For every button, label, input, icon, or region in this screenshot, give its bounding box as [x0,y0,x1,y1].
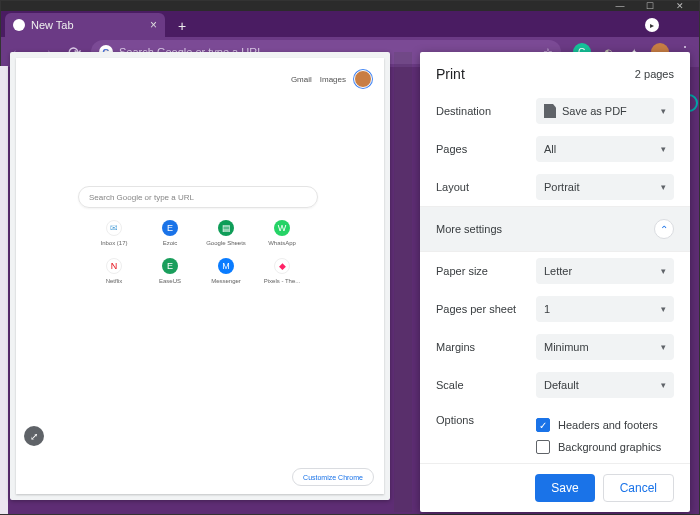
layout-value: Portrait [544,181,579,193]
print-dialog-body[interactable]: Destination Save as PDF ▾ Pages All ▾ La… [420,92,690,463]
chevron-down-icon: ▾ [661,182,666,192]
shortcut-label: EaseUS [159,278,181,284]
shortcut-label: Google Sheets [206,240,246,246]
print-title: Print [436,66,465,82]
more-settings-toggle[interactable]: More settings ⌃ [420,206,690,252]
chevron-down-icon: ▾ [661,304,666,314]
layout-select[interactable]: Portrait ▾ [536,174,674,200]
background-graphics-checkbox[interactable] [536,440,550,454]
pages-value: All [544,143,556,155]
margins-label: Margins [436,341,536,353]
shortcut-label: Pixels - The... [264,278,301,284]
chevron-down-icon: ▾ [661,266,666,276]
headers-footers-checkbox[interactable]: ✓ [536,418,550,432]
window-max-button[interactable]: ☐ [635,1,665,11]
pdf-icon [544,104,556,118]
preview-avatar-icon [354,70,372,88]
preview-search-placeholder: Search Google or type a URL [89,193,194,202]
margins-value: Minimum [544,341,589,353]
chevron-down-icon: ▾ [661,380,666,390]
window-titlebar: — ☐ ✕ [1,1,699,11]
more-settings-label: More settings [436,223,502,235]
tab-newtab[interactable]: New Tab × [5,13,165,37]
media-control-icon[interactable]: ▸ [645,18,659,32]
scale-label: Scale [436,379,536,391]
headers-footers-label: Headers and footers [558,419,658,431]
shortcut-icon: M [218,258,234,274]
chevron-down-icon: ▾ [661,342,666,352]
expand-preview-button[interactable]: ⤢ [24,426,44,446]
content-area: Gmail Images Search Google or type a URL… [0,66,700,515]
print-preview-panel: Gmail Images Search Google or type a URL… [10,52,390,500]
images-link: Images [320,75,346,84]
window-close-button[interactable]: ✕ [665,1,695,11]
shortcut-label: Netflix [106,278,123,284]
margins-select[interactable]: Minimum ▾ [536,334,674,360]
paper-size-label: Paper size [436,265,536,277]
scale-select[interactable]: Default ▾ [536,372,674,398]
background-window-strip [0,66,8,514]
scale-value: Default [544,379,579,391]
shortcut-icon: ✉ [106,220,122,236]
paper-size-value: Letter [544,265,572,277]
shortcut-label: Ezoic [163,240,178,246]
print-dialog-header: Print 2 pages [420,52,690,92]
customize-chrome-button: Customize Chrome [292,468,374,486]
pps-select[interactable]: 1 ▾ [536,296,674,322]
shortcut-label: WhatsApp [268,240,296,246]
tab-favicon [13,19,25,31]
preview-top-links: Gmail Images [291,70,372,88]
preview-shortcut-tile: WWhatsApp [254,220,310,246]
pages-label: Pages [436,143,536,155]
preview-shortcut-tile: MMessenger [198,258,254,284]
preview-shortcut-tile: ▤Google Sheets [198,220,254,246]
print-dialog-footer: Save Cancel [420,463,690,512]
tab-close-icon[interactable]: × [150,18,157,32]
preview-shortcut-tile: ✉Inbox (17) [86,220,142,246]
tab-title: New Tab [31,19,74,31]
pages-select[interactable]: All ▾ [536,136,674,162]
shortcut-icon: W [274,220,290,236]
paper-size-select[interactable]: Letter ▾ [536,258,674,284]
pps-label: Pages per sheet [436,303,536,315]
new-tab-button[interactable]: + [171,15,193,37]
preview-shortcut-tile: NNetflix [86,258,142,284]
shortcut-label: Messenger [211,278,241,284]
shortcut-icon: E [162,220,178,236]
chevron-down-icon: ▾ [661,106,666,116]
options-label: Options [436,414,536,426]
tab-strip: New Tab × + ▸ [1,11,699,37]
pps-value: 1 [544,303,550,315]
destination-label: Destination [436,105,536,117]
window-min-button[interactable]: — [605,1,635,11]
gmail-link: Gmail [291,75,312,84]
layout-label: Layout [436,181,536,193]
destination-value: Save as PDF [562,105,627,117]
destination-select[interactable]: Save as PDF ▾ [536,98,674,124]
shortcut-icon: E [162,258,178,274]
shortcut-icon: N [106,258,122,274]
chevron-down-icon: ▾ [661,144,666,154]
preview-scrim [394,52,412,512]
print-preview-page: Gmail Images Search Google or type a URL… [16,58,384,494]
preview-shortcut-tile: ◆Pixels - The... [254,258,310,284]
preview-shortcut-tile: EEzoic [142,220,198,246]
save-button[interactable]: Save [535,474,594,502]
shortcut-icon: ▤ [218,220,234,236]
print-dialog: Print 2 pages Destination Save as PDF ▾ … [420,52,690,512]
preview-shortcut-tile: EEaseUS [142,258,198,284]
preview-search-box: Search Google or type a URL [78,186,318,208]
shortcut-icon: ◆ [274,258,290,274]
chevron-up-icon: ⌃ [654,219,674,239]
background-graphics-label: Background graphics [558,441,661,453]
print-page-count: 2 pages [635,68,674,80]
shortcut-label: Inbox (17) [100,240,127,246]
cancel-button[interactable]: Cancel [603,474,674,502]
preview-shortcuts-grid: ✉Inbox (17)EEzoic▤Google SheetsWWhatsApp… [86,220,310,284]
